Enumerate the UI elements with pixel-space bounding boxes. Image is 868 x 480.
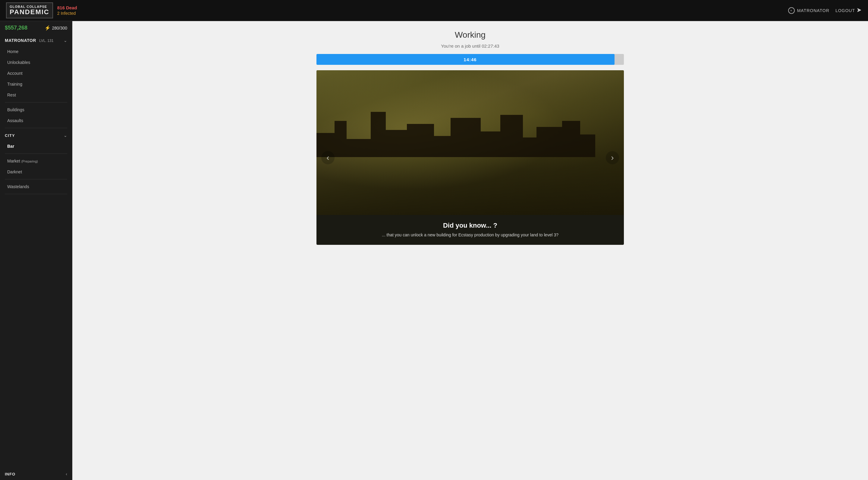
- city-section-title: CITY: [5, 133, 15, 138]
- city-section-header[interactable]: CITY ⌄: [0, 130, 72, 141]
- building: [434, 136, 451, 157]
- building: [451, 118, 481, 157]
- progress-bar-container: 14:46: [316, 54, 624, 65]
- sidebar-item-rest[interactable]: Rest: [0, 90, 72, 100]
- job-time-text: You're on a job until 02:27:43: [441, 43, 499, 49]
- user-icon: ⚬: [788, 7, 795, 14]
- sidebar: $557,268 ⚡ 280/300 MATRONATOR LVL. 131 ⌄…: [0, 21, 72, 480]
- chevron-down-icon: ⌄: [64, 38, 67, 43]
- building: [407, 124, 434, 157]
- nav-divider-2: [5, 128, 67, 128]
- building: [371, 112, 386, 157]
- market-label: Market: [7, 158, 20, 163]
- header-right: ⚬ MATRONATOR LOGOUT ⮞: [788, 7, 862, 14]
- sidebar-item-market[interactable]: Market (Preparing): [0, 156, 72, 167]
- sidebar-energy: ⚡ 280/300: [44, 25, 67, 31]
- energy-value: 280/300: [52, 26, 67, 30]
- main-layout: $557,268 ⚡ 280/300 MATRONATOR LVL. 131 ⌄…: [0, 21, 868, 480]
- building: [386, 130, 407, 157]
- building: [536, 127, 562, 157]
- slide-prev-button[interactable]: ‹: [321, 151, 335, 164]
- info-title: INFO: [5, 472, 16, 476]
- header-user: ⚬ MATRONATOR: [788, 7, 830, 14]
- sidebar-item-unlockables[interactable]: Unlockables: [0, 57, 72, 68]
- sidebar-nav: Home Unlockables Account Training Rest B…: [0, 46, 72, 480]
- sidebar-item-darknet[interactable]: Darknet: [0, 167, 72, 177]
- header-username: MATRONATOR: [797, 8, 830, 13]
- slideshow-title: Did you know... ?: [341, 221, 600, 230]
- sidebar-level: LVL. 131: [39, 38, 53, 43]
- sidebar-item-wastelands[interactable]: Wastelands: [0, 181, 72, 192]
- sidebar-item-home[interactable]: Home: [0, 46, 72, 57]
- top-header: GLOBAL COLLAPSE PANDEMIC 816 Dead 2 Infe…: [0, 0, 868, 21]
- sidebar-item-account[interactable]: Account: [0, 68, 72, 79]
- progress-bar-text: 14:46: [464, 57, 476, 62]
- city-silhouette: [316, 97, 624, 157]
- page-title: Working: [455, 30, 486, 40]
- building: [500, 115, 523, 157]
- stat-infected: 2 Infected: [57, 11, 77, 16]
- nav-divider-4: [5, 179, 67, 179]
- sidebar-user-section[interactable]: MATRONATOR LVL. 131 ⌄: [0, 35, 72, 46]
- sidebar-money: $557,268: [5, 25, 27, 31]
- main-content: Working You're on a job until 02:27:43 1…: [72, 21, 868, 480]
- sidebar-item-training[interactable]: Training: [0, 79, 72, 90]
- building: [481, 131, 500, 157]
- sidebar-item-buildings[interactable]: Buildings: [0, 104, 72, 115]
- slideshow-text: ... that you can unlock a new building f…: [341, 232, 600, 238]
- logo-bottom: PANDEMIC: [10, 8, 50, 16]
- nav-divider-1: [5, 102, 67, 102]
- sidebar-item-bar[interactable]: Bar: [0, 141, 72, 152]
- logout-icon: ⮞: [857, 8, 862, 13]
- building: [562, 121, 580, 157]
- logout-label: LOGOUT: [835, 8, 855, 13]
- stat-dead: 816 Dead: [57, 5, 77, 10]
- building: [523, 138, 536, 157]
- info-section[interactable]: INFO ‹: [0, 468, 72, 480]
- market-badge: (Preparing): [22, 159, 38, 163]
- city-chevron-down-icon: ⌄: [64, 133, 67, 138]
- nav-divider-5: [5, 194, 67, 194]
- building: [335, 121, 347, 157]
- nav-divider-3: [5, 153, 67, 154]
- header-stats: 816 Dead 2 Infected: [57, 5, 77, 16]
- slideshow-overlay: Did you know... ? ... that you can unloc…: [316, 215, 624, 245]
- logo-box: GLOBAL COLLAPSE PANDEMIC: [6, 2, 53, 18]
- sidebar-top-stats: $557,268 ⚡ 280/300: [0, 21, 72, 35]
- sidebar-username: MATRONATOR: [5, 38, 36, 43]
- slideshow-image: [316, 70, 624, 215]
- content-inner: Working You're on a job until 02:27:43 1…: [304, 21, 636, 254]
- energy-bolt-icon: ⚡: [44, 25, 51, 31]
- slide-next-button[interactable]: ›: [606, 151, 619, 164]
- sidebar-item-assaults[interactable]: Assaults: [0, 115, 72, 126]
- building: [347, 139, 371, 157]
- info-arrow-icon: ‹: [66, 472, 67, 476]
- logo-area: GLOBAL COLLAPSE PANDEMIC 816 Dead 2 Infe…: [6, 2, 77, 18]
- slideshow-container: Did you know... ? ... that you can unloc…: [316, 70, 624, 245]
- logout-button[interactable]: LOGOUT ⮞: [835, 8, 862, 13]
- building: [580, 134, 595, 157]
